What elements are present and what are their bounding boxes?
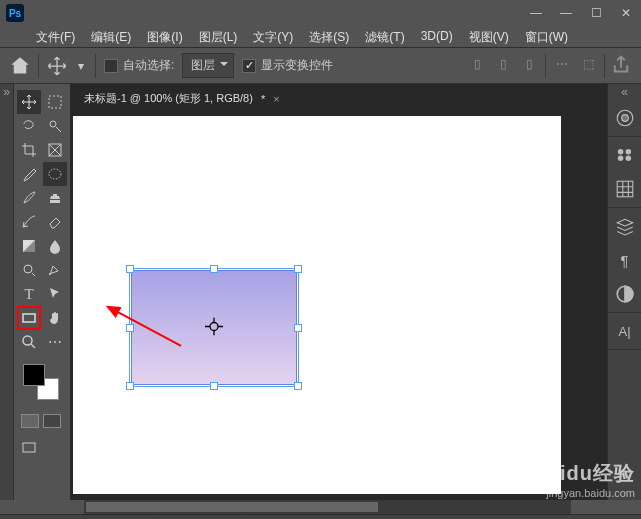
screen-mode[interactable] bbox=[17, 436, 41, 460]
gradient-tool[interactable] bbox=[17, 234, 41, 258]
clone-stamp-tool[interactable] bbox=[43, 186, 67, 210]
menu-file[interactable]: 文件(F) bbox=[28, 26, 83, 47]
handle-e[interactable] bbox=[294, 324, 302, 332]
show-controls-checkbox[interactable] bbox=[242, 59, 256, 73]
menu-image[interactable]: 图像(I) bbox=[139, 26, 190, 47]
move-tool[interactable] bbox=[17, 90, 41, 114]
character-panel-icon[interactable]: A| bbox=[615, 321, 635, 341]
document-tab[interactable]: 未标题-1 @ 100% (矩形 1, RGB/8) * × bbox=[74, 85, 290, 112]
frame-tool[interactable] bbox=[43, 138, 67, 162]
menu-bar: 文件(F) 编辑(E) 图像(I) 图层(L) 文字(Y) 选择(S) 滤镜(T… bbox=[0, 26, 641, 48]
marquee-tool[interactable] bbox=[43, 90, 67, 114]
path-select-tool[interactable] bbox=[43, 282, 67, 306]
paragraph-panel-icon[interactable]: ¶ bbox=[615, 250, 635, 270]
divider bbox=[38, 54, 39, 78]
handle-s[interactable] bbox=[210, 382, 218, 390]
maximize-button[interactable]: ☐ bbox=[581, 0, 611, 26]
align-right-icon[interactable]: ▯ bbox=[519, 54, 539, 74]
properties-panel-icon[interactable] bbox=[615, 179, 635, 199]
handle-se[interactable] bbox=[294, 382, 302, 390]
adjustments-panel-icon[interactable] bbox=[615, 284, 635, 304]
svg-point-5 bbox=[24, 265, 32, 273]
divider bbox=[95, 54, 96, 78]
zoom-tool[interactable] bbox=[17, 330, 41, 354]
foreground-color[interactable] bbox=[23, 364, 45, 386]
standard-mode[interactable] bbox=[21, 414, 39, 428]
quick-select-tool[interactable] bbox=[43, 114, 67, 138]
eraser-tool[interactable] bbox=[43, 210, 67, 234]
menu-filter[interactable]: 滤镜(T) bbox=[357, 26, 412, 47]
horizontal-scrollbar[interactable] bbox=[84, 500, 571, 514]
color-swatches[interactable] bbox=[23, 364, 59, 400]
crop-tool[interactable] bbox=[17, 138, 41, 162]
pen-tool[interactable] bbox=[43, 258, 67, 282]
eyedropper-tool[interactable] bbox=[17, 162, 41, 186]
menu-type[interactable]: 文字(Y) bbox=[245, 26, 301, 47]
handle-nw[interactable] bbox=[126, 265, 134, 273]
tab-title: 未标题-1 @ 100% (矩形 1, RGB/8) bbox=[84, 91, 253, 106]
rectangle-tool[interactable] bbox=[17, 306, 41, 330]
expand-right-icon[interactable]: « bbox=[608, 84, 641, 100]
svg-rect-6 bbox=[23, 314, 35, 322]
svg-point-9 bbox=[210, 322, 218, 330]
hand-tool[interactable] bbox=[43, 306, 67, 330]
tab-dirty-marker: * bbox=[261, 93, 265, 105]
svg-rect-16 bbox=[617, 181, 633, 197]
menu-edit[interactable]: 编辑(E) bbox=[83, 26, 139, 47]
edit-toolbar[interactable]: ⋯ bbox=[43, 330, 67, 354]
more-icon[interactable]: ⋯ bbox=[552, 54, 572, 74]
menu-select[interactable]: 选择(S) bbox=[301, 26, 357, 47]
quick-mask-mode[interactable] bbox=[43, 414, 61, 428]
tab-close-icon[interactable]: × bbox=[273, 93, 279, 105]
3d-mode-icon[interactable]: ⬚ bbox=[578, 54, 598, 74]
close-button[interactable]: ✕ bbox=[611, 0, 641, 26]
expand-left-icon[interactable]: » bbox=[0, 84, 13, 100]
transform-center-icon[interactable] bbox=[205, 317, 223, 338]
patch-tool[interactable] bbox=[43, 162, 67, 186]
handle-ne[interactable] bbox=[294, 265, 302, 273]
layer-select[interactable]: 图层 bbox=[182, 53, 234, 78]
layers-panel-icon[interactable] bbox=[615, 216, 635, 236]
svg-rect-8 bbox=[23, 443, 35, 452]
align-center-icon[interactable]: ▯ bbox=[493, 54, 513, 74]
transform-box[interactable] bbox=[129, 268, 299, 387]
svg-point-13 bbox=[625, 149, 631, 155]
menu-layer[interactable]: 图层(L) bbox=[191, 26, 246, 47]
menu-window[interactable]: 窗口(W) bbox=[517, 26, 576, 47]
blur-tool[interactable] bbox=[43, 234, 67, 258]
swatches-panel-icon[interactable] bbox=[615, 145, 635, 165]
dropdown-icon[interactable]: ▾ bbox=[75, 56, 87, 76]
svg-point-15 bbox=[625, 156, 631, 162]
auto-select-checkbox[interactable] bbox=[104, 59, 118, 73]
handle-sw[interactable] bbox=[126, 382, 134, 390]
share-icon[interactable] bbox=[611, 54, 631, 74]
options-bar: ▾ 自动选择: 图层 显示变换控件 ▯ ▯ ▯ ⋯ ⬚ bbox=[0, 48, 641, 84]
lasso-tool[interactable] bbox=[17, 114, 41, 138]
app-logo: Ps bbox=[6, 4, 24, 22]
color-panel-icon[interactable] bbox=[615, 108, 635, 128]
handle-w[interactable] bbox=[126, 324, 134, 332]
align-left-icon[interactable]: ▯ bbox=[467, 54, 487, 74]
svg-point-7 bbox=[23, 336, 32, 345]
right-panels: « ¶ A| bbox=[607, 84, 641, 500]
divider bbox=[545, 54, 546, 78]
tools-panel: T ⋯ bbox=[14, 84, 70, 500]
menu-3d[interactable]: 3D(D) bbox=[413, 26, 461, 47]
svg-point-3 bbox=[49, 169, 61, 179]
minimize-button[interactable]: — bbox=[551, 0, 581, 26]
dodge-tool[interactable] bbox=[17, 258, 41, 282]
history-brush-tool[interactable] bbox=[17, 210, 41, 234]
svg-point-14 bbox=[617, 156, 623, 162]
move-tool-icon[interactable] bbox=[47, 56, 67, 76]
brush-tool[interactable] bbox=[17, 186, 41, 210]
home-icon[interactable] bbox=[10, 56, 30, 76]
svg-point-11 bbox=[621, 115, 628, 122]
svg-rect-0 bbox=[49, 96, 61, 108]
menu-view[interactable]: 视图(V) bbox=[461, 26, 517, 47]
window-secondary[interactable]: — bbox=[521, 0, 551, 26]
type-tool[interactable]: T bbox=[17, 282, 41, 306]
svg-point-12 bbox=[617, 149, 623, 155]
canvas[interactable] bbox=[73, 116, 561, 494]
svg-point-1 bbox=[50, 121, 56, 127]
handle-n[interactable] bbox=[210, 265, 218, 273]
